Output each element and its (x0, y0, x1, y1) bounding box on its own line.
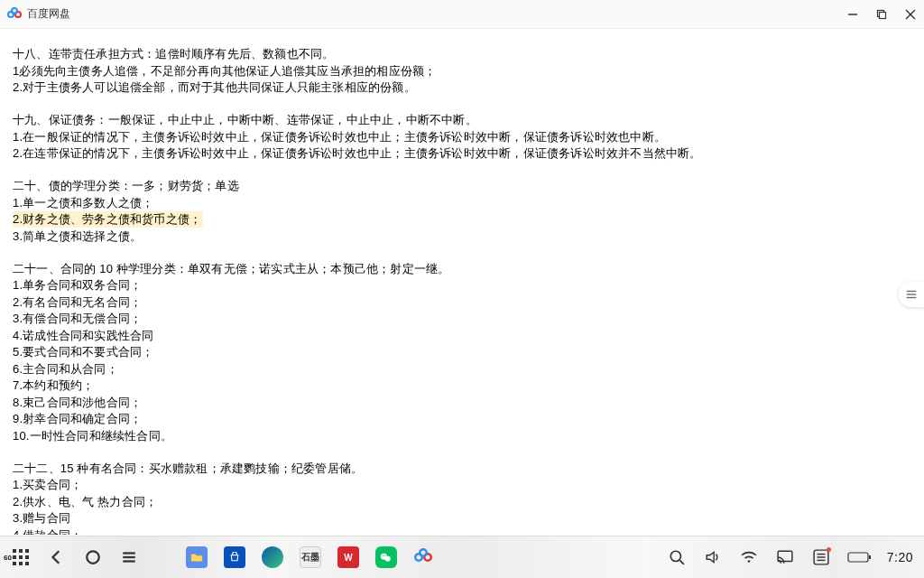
start-grid-icon[interactable] (11, 547, 31, 567)
taskbar-app-wechat[interactable] (375, 546, 397, 568)
svg-point-26 (383, 555, 383, 556)
doc-line: 2.在连带保证的情况下，主债务诉讼时效中止，保证债务诉讼时效也中止；主债务诉讼时… (13, 146, 702, 160)
clock[interactable]: 7:20 (887, 550, 913, 564)
cast-icon[interactable] (775, 547, 795, 567)
svg-rect-40 (869, 555, 871, 559)
svg-rect-5 (880, 12, 886, 18)
doc-line: 7.本约和预约； (13, 378, 94, 392)
doc-line: 3.有偿合同和无偿合同； (13, 312, 142, 325)
volume-icon[interactable] (703, 547, 723, 567)
svg-rect-19 (25, 562, 29, 565)
doc-line: 6.主合同和从合同； (13, 362, 118, 376)
doc-line: 1.在一般保证的情况下，主债务诉讼时效中止，保证债务诉讼时效也中止；主债务诉讼时… (13, 130, 666, 144)
taskbar-app-store[interactable] (224, 546, 245, 568)
svg-point-25 (385, 556, 391, 562)
doc-line: 2.财务之债、劳务之债和货币之债； (13, 211, 203, 228)
svg-point-27 (384, 555, 385, 556)
wifi-icon[interactable] (739, 547, 759, 567)
svg-point-20 (87, 551, 99, 564)
doc-line: 8.束己合同和涉他合同； (13, 396, 142, 409)
doc-line: 10.一时性合同和继续性合同。 (13, 429, 172, 443)
close-button[interactable] (904, 8, 917, 21)
svg-rect-18 (19, 562, 23, 565)
doc-line: 1.单务合同和双务合同； (13, 278, 142, 292)
title-bar: 百度网盘 (0, 0, 924, 29)
svg-point-30 (420, 549, 427, 556)
svg-rect-14 (13, 555, 16, 559)
svg-point-33 (747, 560, 750, 563)
svg-rect-13 (25, 549, 29, 553)
taskbar-app-files[interactable] (186, 546, 208, 568)
maximize-button[interactable] (875, 8, 888, 21)
svg-rect-15 (19, 555, 23, 559)
svg-rect-39 (848, 553, 868, 562)
svg-point-31 (670, 551, 680, 561)
doc-line: 4.借款合同； (13, 528, 82, 536)
doc-line: 十九、保证债务：一般保证，中止中止，中断中断、连带保证，中止中止，中断不中断。 (13, 113, 477, 126)
doc-line: 5.要式合同和不要式合同； (13, 345, 153, 359)
battery-indicator[interactable]: 60 (847, 551, 871, 564)
taskbar-app-shimo[interactable]: 石墨 (300, 546, 321, 568)
svg-rect-16 (25, 555, 29, 559)
doc-line: 2.供水、电、气 热力合同； (13, 495, 157, 508)
control-center-icon[interactable] (811, 547, 831, 567)
nav-back-icon[interactable] (47, 547, 67, 567)
taskbar: 石墨 W 60 7:20 (0, 536, 924, 578)
taskbar-app-wps[interactable]: W (337, 546, 359, 568)
baidu-pan-icon (7, 7, 22, 22)
nav-recent-icon[interactable] (119, 547, 139, 567)
doc-line: 二十、债的学理分类：一多；财劳货；单选 (13, 179, 239, 192)
doc-line: 1.买卖合同； (13, 478, 82, 491)
doc-line: 1.单一之债和多数人之债； (13, 196, 153, 210)
document-content: 十八、连带责任承担方式：追偿时顺序有先后、数额也不同。1必须先向主债务人追偿，不… (0, 29, 924, 535)
doc-line: 十八、连带责任承担方式：追偿时顺序有先后、数额也不同。 (13, 47, 334, 61)
svg-rect-11 (13, 549, 16, 553)
doc-line: 二十二、15 种有名合同：买水赠款租；承建鹦技输；纪委管居储。 (13, 461, 363, 475)
nav-home-icon[interactable] (83, 547, 103, 567)
side-panel-toggle[interactable] (899, 282, 924, 307)
taskbar-app-baidupan[interactable] (413, 547, 433, 567)
doc-line: 1必须先向主债务人追偿，不足部分再向其他保证人追偿其应当承担的相应份额； (13, 64, 436, 78)
doc-line: 二十一、合同的 10 种学理分类：单双有无偿；诺实式主从；本预己他；射定一继。 (13, 262, 449, 275)
doc-line: 3.赠与合同 (13, 511, 70, 525)
doc-line: 2.对于主债务人可以追偿全部，而对于其他共同保证人只能主张相应的份额。 (13, 80, 416, 94)
window-title: 百度网盘 (27, 6, 70, 22)
doc-line: 2.有名合同和无名合同； (13, 295, 142, 309)
doc-line: 9.射幸合同和确定合同； (13, 412, 142, 425)
taskbar-app-edge[interactable] (262, 546, 283, 568)
svg-line-32 (679, 560, 684, 564)
search-icon[interactable] (667, 547, 687, 567)
svg-rect-17 (13, 562, 16, 565)
minimize-button[interactable] (846, 8, 859, 21)
doc-line: 4.诺成性合同和实践性合同 (13, 329, 153, 342)
doc-line: 3.简单之债和选择之债。 (13, 229, 142, 243)
svg-rect-12 (19, 549, 23, 553)
svg-point-2 (12, 8, 17, 14)
svg-rect-34 (778, 551, 792, 561)
